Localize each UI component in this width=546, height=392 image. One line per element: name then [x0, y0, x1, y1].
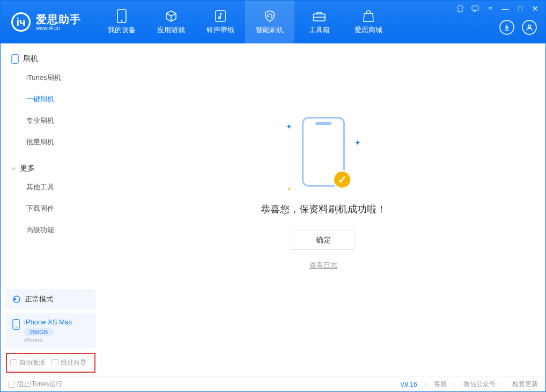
tab-tools[interactable]: 工具箱 — [294, 1, 344, 43]
mode-icon — [12, 295, 21, 304]
sidebar: 刷机 iTunes刷机 一键刷机 专业刷机 批量刷机 ≡ 更多 其他工具 下载固… — [1, 43, 101, 376]
refresh-shield-icon — [263, 9, 277, 23]
tab-label: 铃声壁纸 — [206, 25, 234, 35]
checkbox-icon — [51, 359, 58, 366]
svg-point-6 — [528, 25, 531, 28]
footer: 阻止iTunes运行 V8.16 | 客服 | 微信公众号 | 检查更新 — [1, 376, 545, 392]
phone-illustration-icon: ✓ — [302, 117, 345, 187]
toolbox-icon — [312, 9, 326, 23]
window-controls: ≡ — □ ✕ — [455, 4, 540, 13]
download-button[interactable] — [499, 20, 514, 35]
tab-store[interactable]: 爱思商城 — [344, 1, 393, 43]
device-block: 正常模式 iPhone XS Max 256GB iPhone 自动激活 跳过向… — [1, 286, 101, 376]
svg-rect-5 — [472, 6, 478, 10]
checkbox-icon — [10, 359, 17, 366]
tab-label: 我的设备 — [108, 25, 136, 35]
header: iч 爱思助手 www.i4.cn 我的设备 应用游戏 铃声壁纸 智能刷机 工具… — [1, 1, 545, 43]
sidebar-item-download-firmware[interactable]: 下载固件 — [1, 198, 101, 219]
checkbox-label: 跳过向导 — [61, 358, 86, 367]
sidebar-item-batch-flash[interactable]: 批量刷机 — [1, 131, 101, 153]
sidebar-item-advanced[interactable]: 高级功能 — [1, 219, 101, 241]
logo-area: iч 爱思助手 www.i4.cn — [1, 1, 92, 43]
success-message: 恭喜您，保资料刷机成功啦！ — [261, 203, 386, 216]
checkbox-label: 阻止iTunes运行 — [17, 380, 62, 389]
tab-label: 应用游戏 — [157, 25, 185, 35]
device-icon — [12, 319, 20, 330]
sidebar-header-flash: 刷机 — [1, 51, 101, 67]
svg-point-1 — [121, 20, 123, 22]
feedback-icon[interactable] — [470, 4, 480, 13]
sidebar-item-other-tools[interactable]: 其他工具 — [1, 176, 101, 198]
logo-icon: iч — [11, 12, 31, 32]
sparkle-icon: ✦ — [287, 186, 291, 192]
svg-rect-7 — [12, 55, 18, 63]
device-card[interactable]: iPhone XS Max 256GB iPhone — [6, 313, 95, 349]
app-title: 爱思助手 — [36, 13, 81, 25]
bag-icon — [361, 9, 375, 23]
tab-label: 工具箱 — [309, 25, 330, 35]
svg-point-11 — [16, 327, 17, 328]
close-icon[interactable]: ✕ — [530, 4, 540, 13]
footer-left: 阻止iTunes运行 — [8, 380, 62, 389]
sidebar-section-more: ≡ 更多 其他工具 下载固件 高级功能 — [1, 153, 101, 241]
sidebar-item-itunes-flash[interactable]: iTunes刷机 — [1, 67, 101, 88]
ok-button[interactable]: 确定 — [292, 231, 355, 250]
footer-link-update[interactable]: 检查更新 — [512, 380, 538, 389]
device-name: iPhone XS Max — [24, 318, 72, 326]
footer-link-support[interactable]: 客服 — [434, 380, 447, 389]
tab-label: 爱思商城 — [355, 25, 382, 35]
phone-small-icon — [11, 54, 19, 64]
mode-label: 正常模式 — [25, 294, 53, 304]
separator: | — [454, 381, 456, 388]
tab-device[interactable]: 我的设备 — [97, 1, 146, 43]
separator: | — [425, 381, 426, 388]
success-illustration: ✓ ✦ ✦ ✦ — [302, 117, 345, 203]
sidebar-header-more: ≡ 更多 — [1, 160, 101, 176]
device-details: iPhone XS Max 256GB iPhone — [24, 318, 72, 343]
footer-right: V8.16 | 客服 | 微信公众号 | 检查更新 — [400, 380, 538, 389]
tab-flash[interactable]: 智能刷机 — [245, 1, 294, 43]
sidebar-section-flash: 刷机 iTunes刷机 一键刷机 专业刷机 批量刷机 — [1, 43, 101, 153]
tab-rings[interactable]: 铃声壁纸 — [196, 1, 245, 43]
music-icon — [213, 9, 227, 23]
sparkle-icon: ✦ — [286, 122, 292, 131]
checkbox-auto-activate[interactable]: 自动激活 — [10, 358, 45, 367]
menu-icon[interactable]: ≡ — [485, 4, 495, 13]
maximize-icon[interactable]: □ — [515, 4, 525, 13]
check-badge-icon: ✓ — [333, 170, 352, 189]
logo-text: 爱思助手 www.i4.cn — [36, 13, 81, 31]
sparkle-icon: ✦ — [355, 138, 361, 147]
cube-icon — [164, 9, 178, 23]
sidebar-item-oneclick-flash[interactable]: 一键刷机 — [1, 88, 101, 110]
tab-label: 智能刷机 — [256, 25, 284, 35]
footer-link-wechat[interactable]: 微信公众号 — [463, 380, 496, 389]
section-label: 刷机 — [23, 54, 38, 64]
section-label: 更多 — [20, 164, 35, 173]
device-type: iPhone — [24, 337, 72, 343]
main-content: ✓ ✦ ✦ ✦ 恭喜您，保资料刷机成功啦！ 确定 查看日志 — [101, 43, 545, 376]
body: 刷机 iTunes刷机 一键刷机 专业刷机 批量刷机 ≡ 更多 其他工具 下载固… — [1, 43, 545, 376]
app-url: www.i4.cn — [36, 25, 81, 31]
checkbox-block-itunes[interactable]: 阻止iTunes运行 — [8, 380, 62, 389]
user-button[interactable] — [522, 20, 537, 35]
list-icon: ≡ — [11, 164, 16, 173]
device-mode-card[interactable]: 正常模式 — [6, 289, 95, 309]
phone-icon — [115, 9, 129, 23]
sidebar-item-pro-flash[interactable]: 专业刷机 — [1, 110, 101, 131]
tab-apps[interactable]: 应用游戏 — [146, 1, 196, 43]
checkbox-skip-guide[interactable]: 跳过向导 — [51, 358, 86, 367]
options-highlight-row: 自动激活 跳过向导 — [6, 353, 95, 373]
nav-tabs: 我的设备 应用游戏 铃声壁纸 智能刷机 工具箱 爱思商城 — [97, 1, 393, 43]
svg-point-9 — [14, 298, 16, 300]
view-log-link[interactable]: 查看日志 — [309, 261, 337, 270]
minimize-icon[interactable]: — — [500, 4, 510, 13]
version-label: V8.16 — [400, 381, 417, 388]
svg-point-3 — [219, 17, 221, 19]
device-capacity: 256GB — [24, 328, 53, 336]
header-right-buttons — [499, 20, 537, 35]
shirt-icon[interactable] — [455, 4, 465, 13]
checkbox-label: 自动激活 — [19, 358, 45, 367]
separator: | — [503, 381, 505, 388]
checkbox-icon — [8, 381, 15, 388]
